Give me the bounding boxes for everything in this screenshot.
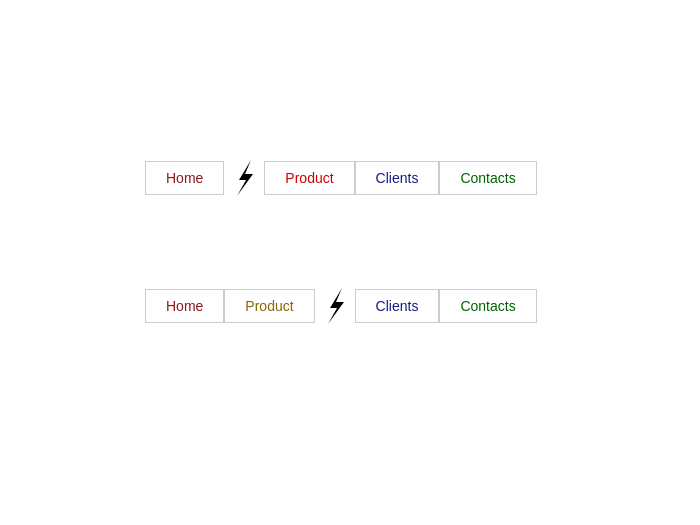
- lightning-icon-1: [224, 155, 264, 200]
- nav-home-2[interactable]: Home: [145, 289, 224, 323]
- nav-product-1[interactable]: Product: [264, 161, 354, 195]
- svg-marker-0: [237, 160, 253, 196]
- nav-contacts-2[interactable]: Contacts: [439, 289, 536, 323]
- nav-clients-2[interactable]: Clients: [355, 289, 440, 323]
- nav-row-2: Home Product Clients Contacts: [145, 283, 537, 328]
- nav-clients-1[interactable]: Clients: [355, 161, 440, 195]
- nav-contacts-1[interactable]: Contacts: [439, 161, 536, 195]
- nav-row-1: Home Product Clients Contacts: [145, 155, 537, 200]
- nav-product-2[interactable]: Product: [224, 289, 314, 323]
- lightning-icon-2: [315, 283, 355, 328]
- nav-home-1[interactable]: Home: [145, 161, 224, 195]
- svg-marker-1: [328, 288, 344, 324]
